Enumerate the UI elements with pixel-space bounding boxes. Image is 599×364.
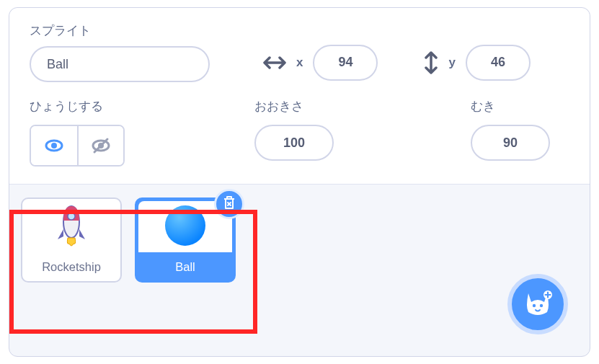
x-label: x <box>296 56 303 70</box>
svg-point-10 <box>533 304 536 307</box>
ball-icon <box>163 203 208 251</box>
sprite-tile-ball[interactable]: Ball <box>135 197 236 283</box>
y-label: y <box>448 56 455 70</box>
svg-point-11 <box>540 304 543 307</box>
y-input[interactable] <box>466 45 531 81</box>
svg-point-1 <box>51 143 57 148</box>
svg-point-6 <box>68 213 75 220</box>
eye-icon <box>43 135 65 156</box>
hide-button[interactable] <box>77 126 123 165</box>
delete-sprite-button[interactable] <box>214 189 244 219</box>
direction-label: むき <box>471 98 569 115</box>
sprite-tile-rocketship[interactable]: Rocketship <box>21 197 122 283</box>
sprite-name-input[interactable] <box>30 46 210 82</box>
show-button[interactable] <box>31 126 77 165</box>
sprite-label: スプライト <box>30 22 210 39</box>
sprite-tile-label: Rocketship <box>22 254 120 281</box>
add-sprite-button[interactable] <box>507 274 568 334</box>
eye-slash-icon <box>90 135 112 156</box>
visibility-toggle <box>30 125 125 167</box>
sprite-tile-label: Ball <box>136 254 234 281</box>
svg-point-7 <box>165 205 205 246</box>
sprite-thumbnail <box>22 199 120 254</box>
cat-plus-icon <box>521 286 554 322</box>
size-input[interactable] <box>254 125 334 161</box>
trash-icon <box>221 195 237 213</box>
horizontal-arrows-icon <box>263 56 286 70</box>
size-label: おおきさ <box>254 98 471 115</box>
sprite-info-panel: スプライト x y ひょうじする <box>9 7 590 357</box>
direction-input[interactable] <box>471 125 550 161</box>
rocketship-icon <box>53 203 89 251</box>
sprite-info-area: スプライト x y ひょうじする <box>9 8 590 185</box>
x-input[interactable] <box>313 45 378 81</box>
sprite-list: Rocketship Ball <box>9 185 590 296</box>
vertical-arrows-icon <box>424 51 438 74</box>
show-label: ひょうじする <box>30 98 254 115</box>
